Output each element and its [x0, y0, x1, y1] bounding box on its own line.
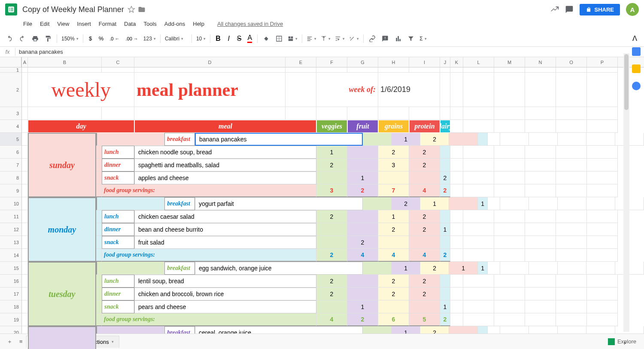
- add-sheet-button[interactable]: ＋: [3, 336, 16, 347]
- meal-mon-di[interactable]: bean and cheese burrito: [134, 223, 316, 236]
- tot-sun-3[interactable]: 4: [409, 184, 440, 197]
- mealtype-mon-lu[interactable]: lunch: [102, 210, 134, 223]
- meal-sun-di[interactable]: spaghetti and meatballs, salad: [134, 159, 316, 171]
- serv-tue-lu-4[interactable]: [440, 275, 450, 288]
- serv-tue-bf-2[interactable]: 2: [420, 262, 449, 275]
- font-size-select[interactable]: 10: [194, 35, 207, 43]
- merge-button[interactable]: [286, 35, 299, 43]
- row-header-7[interactable]: 7: [0, 159, 21, 171]
- serv-sun-di-3[interactable]: 2: [409, 159, 440, 171]
- serv-sun-lu-4[interactable]: [440, 146, 450, 159]
- row-header-15[interactable]: 15: [0, 262, 21, 275]
- serv-mon-lu-0[interactable]: 2: [316, 210, 347, 223]
- meal-sun-bf[interactable]: banana pancakes: [195, 133, 363, 146]
- fgs-sun[interactable]: food group servings:: [102, 184, 316, 197]
- side-panel-toggle[interactable]: ‹: [624, 339, 626, 346]
- serv-sun-sn-2[interactable]: [378, 171, 409, 184]
- header-grains[interactable]: grains: [378, 120, 409, 133]
- mealtype-sun-lu[interactable]: lunch: [102, 146, 134, 159]
- select-all-corner[interactable]: [0, 57, 21, 67]
- row-header-10[interactable]: 10: [0, 197, 21, 210]
- row-header-5[interactable]: 5: [0, 133, 21, 146]
- serv-sun-di-0[interactable]: 2: [316, 159, 347, 171]
- mealtype-sun-bf[interactable]: breakfast: [164, 133, 195, 146]
- print-button[interactable]: [29, 33, 41, 44]
- menu-data[interactable]: Data: [121, 19, 139, 29]
- fill-color-button[interactable]: [260, 33, 272, 44]
- row-header-9[interactable]: 9: [0, 184, 21, 197]
- row-header-14[interactable]: 14: [0, 249, 21, 262]
- serv-sun-di-1[interactable]: [347, 159, 378, 171]
- star-icon[interactable]: [128, 6, 135, 13]
- serv-sun-di-2[interactable]: 3: [378, 159, 409, 171]
- tot-tue-4[interactable]: 2: [440, 313, 450, 326]
- serv-sun-sn-3[interactable]: [409, 171, 440, 184]
- serv-mon-lu-2[interactable]: 1: [378, 210, 409, 223]
- bold-button[interactable]: B: [213, 33, 223, 44]
- mealtype-sun-sn[interactable]: snack: [102, 171, 134, 184]
- serv-tue-bf-1[interactable]: 1: [392, 262, 420, 275]
- currency-button[interactable]: $: [86, 33, 95, 44]
- col-header-K[interactable]: K: [450, 57, 463, 67]
- calendar-addon-icon[interactable]: [632, 47, 641, 56]
- serv-tue-sn-3[interactable]: [409, 300, 440, 313]
- col-header-J[interactable]: J: [440, 57, 450, 67]
- meal-mon-bf[interactable]: yogurt parfait: [195, 197, 363, 210]
- serv-mon-sn-0[interactable]: [316, 236, 347, 249]
- comment-icon[interactable]: [565, 5, 574, 14]
- serv-tue-di-3[interactable]: 2: [409, 288, 440, 300]
- tot-sun-2[interactable]: 7: [378, 184, 409, 197]
- valign-button[interactable]: [319, 35, 332, 43]
- mealtype-mon-bf[interactable]: breakfast: [164, 197, 195, 210]
- serv-sun-bf-0[interactable]: [363, 133, 392, 146]
- undo-button[interactable]: [3, 33, 15, 44]
- folder-icon[interactable]: [138, 6, 146, 13]
- row-header-3[interactable]: 3: [0, 107, 21, 120]
- sheets-logo[interactable]: [5, 3, 17, 15]
- link-button[interactable]: [366, 33, 378, 44]
- rotate-button[interactable]: [347, 35, 361, 43]
- row-header-17[interactable]: 17: [0, 288, 21, 300]
- italic-button[interactable]: I: [224, 33, 234, 44]
- serv-sun-di-4[interactable]: [440, 159, 450, 171]
- header-veggies[interactable]: veggies: [316, 120, 347, 133]
- wrap-button[interactable]: [333, 35, 346, 43]
- row-header-4[interactable]: 4: [0, 120, 21, 133]
- formula-input[interactable]: banana pancakes: [15, 48, 67, 56]
- tot-mon-4[interactable]: 2: [440, 249, 450, 262]
- serv-tue-bf-4[interactable]: 1: [478, 262, 488, 275]
- serv-mon-sn-1[interactable]: 2: [347, 236, 378, 249]
- serv-mon-di-3[interactable]: 2: [409, 223, 440, 236]
- serv-mon-di-4[interactable]: 1: [440, 223, 450, 236]
- serv-sun-lu-3[interactable]: 2: [409, 146, 440, 159]
- col-header-B[interactable]: B: [28, 57, 102, 67]
- col-header-P[interactable]: P: [587, 57, 618, 67]
- serv-mon-bf-4[interactable]: 1: [478, 197, 488, 210]
- col-header-F[interactable]: F: [316, 57, 347, 67]
- serv-tue-lu-2[interactable]: 2: [378, 275, 409, 288]
- serv-sun-lu-2[interactable]: 2: [378, 146, 409, 159]
- row-header-16[interactable]: 16: [0, 275, 21, 288]
- serv-sun-lu-1[interactable]: [347, 146, 378, 159]
- week-of-label[interactable]: week of:: [316, 73, 378, 107]
- tot-tue-2[interactable]: 6: [378, 313, 409, 326]
- text-color-button[interactable]: A: [245, 33, 255, 44]
- menu-addons[interactable]: Add-ons: [161, 19, 188, 29]
- serv-tue-bf-0[interactable]: [363, 262, 392, 275]
- menu-help[interactable]: Help: [189, 19, 208, 29]
- serv-tue-lu-0[interactable]: 2: [316, 275, 347, 288]
- title-meal[interactable]: meal planner: [134, 73, 286, 107]
- tot-tue-3[interactable]: 5: [409, 313, 440, 326]
- serv-mon-lu-3[interactable]: 2: [409, 210, 440, 223]
- scroll-thumb[interactable]: [624, 54, 629, 110]
- serv-mon-bf-3[interactable]: [449, 197, 478, 210]
- serv-tue-di-0[interactable]: 2: [316, 288, 347, 300]
- serv-sun-lu-0[interactable]: 1: [316, 146, 347, 159]
- serv-mon-bf-1[interactable]: 2: [392, 197, 420, 210]
- trend-icon[interactable]: [550, 5, 559, 14]
- serv-tue-di-2[interactable]: 2: [378, 288, 409, 300]
- col-header-A[interactable]: A: [22, 57, 28, 67]
- serv-tue-bf-3[interactable]: 1: [449, 262, 478, 275]
- day-sun[interactable]: sunday: [28, 133, 96, 197]
- collapse-toolbar-button[interactable]: ᐱ: [629, 33, 641, 44]
